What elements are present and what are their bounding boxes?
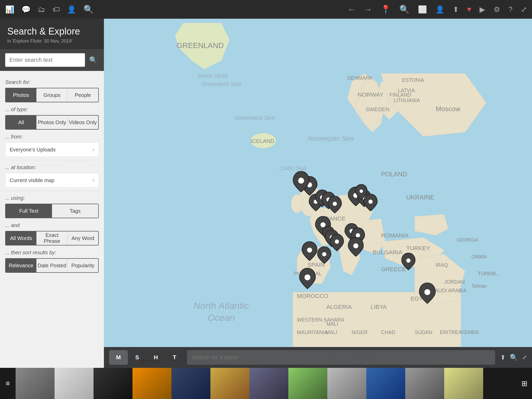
tag-icon[interactable]: 🏷 [52, 5, 60, 14]
location-item[interactable]: Current visible map › [5, 173, 99, 188]
toolbar-left-icons: 📊 💬 🗂 🏷 👤 🔍 [5, 4, 94, 14]
svg-text:MAURITANIA: MAURITANIA [297, 329, 328, 335]
using-toggle: Full Text Tags [5, 204, 99, 218]
map-expand-icon[interactable]: ⤢ [522, 354, 527, 361]
sort-relevance[interactable]: Relevance [6, 259, 37, 272]
from-item[interactable]: Everyone's Uploads › [5, 142, 99, 157]
sidebar-header: Search & Explore in 'Explore Flickr: 30 … [0, 19, 104, 49]
play-icon[interactable]: ▶ [480, 5, 485, 14]
svg-point-65 [335, 240, 339, 244]
strip-photo[interactable] [132, 368, 171, 399]
svg-text:POLAND: POLAND [381, 171, 407, 178]
type-all[interactable]: All [6, 116, 37, 129]
svg-point-73 [424, 289, 430, 295]
svg-text:OMAN: OMAN [471, 254, 487, 260]
strip-photos [16, 368, 516, 399]
tab-people[interactable]: People [68, 88, 98, 102]
svg-text:ALGERIA: ALGERIA [326, 303, 352, 310]
map-tab-h[interactable]: H [147, 350, 165, 365]
fullscreen-icon[interactable]: ⬜ [418, 5, 427, 14]
forward-icon[interactable]: → [364, 5, 372, 14]
map-tab-m[interactable]: M [109, 350, 128, 365]
strip-photo[interactable] [249, 368, 288, 399]
map-area[interactable]: GREENLAND ICELAND NORWAY FINLAND SWEDEN … [104, 19, 532, 368]
svg-text:GREENLAND: GREENLAND [177, 41, 224, 50]
strip-photo[interactable] [210, 368, 249, 399]
svg-text:LATVIA: LATVIA [398, 88, 415, 93]
map-tab-t[interactable]: T [165, 350, 184, 365]
svg-point-72 [304, 275, 310, 281]
from-item-text: Everyone's Uploads [10, 147, 56, 153]
svg-text:Ocean: Ocean [208, 312, 235, 323]
type-photos-only[interactable]: Photos Only [37, 116, 68, 129]
search-nav-icon[interactable]: 🔍 [399, 4, 410, 14]
heart-icon[interactable]: ♥ [467, 5, 471, 14]
svg-point-67 [356, 233, 360, 237]
and-exact-phrase[interactable]: Exact Phrase [37, 231, 68, 245]
search-for-label: Search for: [5, 79, 99, 85]
grid-button[interactable]: ⊞ [516, 368, 532, 399]
using-fulltext[interactable]: Full Text [6, 204, 52, 218]
user-icon[interactable]: 👤 [435, 5, 444, 14]
strip-photo[interactable] [94, 368, 132, 399]
menu-button[interactable]: ≡ [0, 368, 16, 399]
divider-1 [5, 160, 99, 160]
bar-chart-icon[interactable]: 📊 [5, 5, 14, 14]
strip-photo[interactable] [288, 368, 327, 399]
sort-date-posted[interactable]: Date Posted [37, 259, 68, 272]
map-search-input[interactable] [187, 350, 495, 365]
and-all-words[interactable]: All Words [6, 231, 37, 245]
search-icon[interactable]: 🔍 [83, 4, 94, 14]
svg-text:IRAQ: IRAQ [436, 262, 448, 268]
help-icon[interactable]: ? [508, 5, 513, 14]
strip-photo[interactable] [327, 368, 366, 399]
svg-text:TURKEY: TURKEY [406, 245, 430, 251]
from-label: ... from: [5, 134, 99, 140]
photos-icon[interactable]: 🗂 [38, 5, 45, 14]
sort-popularity[interactable]: Popularity [68, 259, 98, 272]
strip-photo[interactable] [405, 368, 444, 399]
svg-text:YEMEN: YEMEN [461, 329, 479, 335]
location-icon[interactable]: 📍 [381, 4, 391, 14]
map-tab-s[interactable]: S [128, 350, 147, 365]
search-input[interactable] [5, 53, 85, 67]
map-search-icon[interactable]: 🔍 [510, 354, 518, 362]
strip-photo[interactable] [444, 368, 483, 399]
strip-photo[interactable] [16, 368, 55, 399]
svg-text:ICELAND: ICELAND [251, 138, 274, 144]
back-icon[interactable]: ← [347, 5, 356, 14]
using-tags[interactable]: Tags [52, 204, 98, 218]
search-area: 🔍 [0, 49, 104, 71]
comment-icon[interactable]: 💬 [22, 5, 31, 14]
sidebar: Search & Explore in 'Explore Flickr: 30 … [0, 19, 104, 368]
share-icon[interactable]: ⬆ [453, 5, 459, 14]
svg-text:JORDAN: JORDAN [444, 279, 465, 285]
expand-icon[interactable]: ⤢ [521, 5, 527, 14]
gear-icon[interactable]: ⚙ [494, 5, 500, 14]
locate-icon[interactable]: ⬆ [500, 354, 506, 361]
top-toolbar: 📊 💬 🗂 🏷 👤 🔍 ← → 📍 🔍 ⬜ 👤 ⬆ ♥ ▶ ⚙ ? ⤢ [0, 0, 532, 19]
svg-text:GEORGIA: GEORGIA [457, 237, 478, 243]
svg-text:Celtic Sea: Celtic Sea [279, 165, 306, 171]
svg-point-68 [353, 243, 358, 248]
svg-text:SAUDI ARABIA: SAUDI ARABIA [431, 288, 467, 293]
svg-point-71 [298, 178, 304, 184]
svg-point-3 [291, 195, 303, 213]
strip-photo[interactable] [55, 368, 94, 399]
toolbar-center-icons: ← → 📍 🔍 ⬜ 👤 ⬆ ♥ ▶ ⚙ ? ⤢ [347, 4, 527, 14]
and-any-word[interactable]: Any Word [68, 231, 98, 245]
tab-groups[interactable]: Groups [37, 88, 68, 102]
chevron-right-icon: › [92, 146, 94, 153]
chevron-right-icon-2: › [92, 177, 94, 184]
strip-photo[interactable] [171, 368, 210, 399]
tab-photos[interactable]: Photos [6, 88, 37, 102]
person-icon[interactable]: 👤 [67, 5, 76, 14]
search-submit-button[interactable]: 🔍 [88, 54, 99, 66]
type-toggle: All Photos Only Videos Only [5, 115, 99, 130]
svg-text:ESTONIA: ESTONIA [402, 77, 424, 83]
svg-text:SWEDEN: SWEDEN [365, 106, 389, 112]
svg-text:DENMARK: DENMARK [347, 75, 373, 81]
type-videos-only[interactable]: Videos Only [68, 116, 98, 129]
bottom-strip: ≡ ⊞ [0, 368, 532, 399]
strip-photo[interactable] [366, 368, 405, 399]
